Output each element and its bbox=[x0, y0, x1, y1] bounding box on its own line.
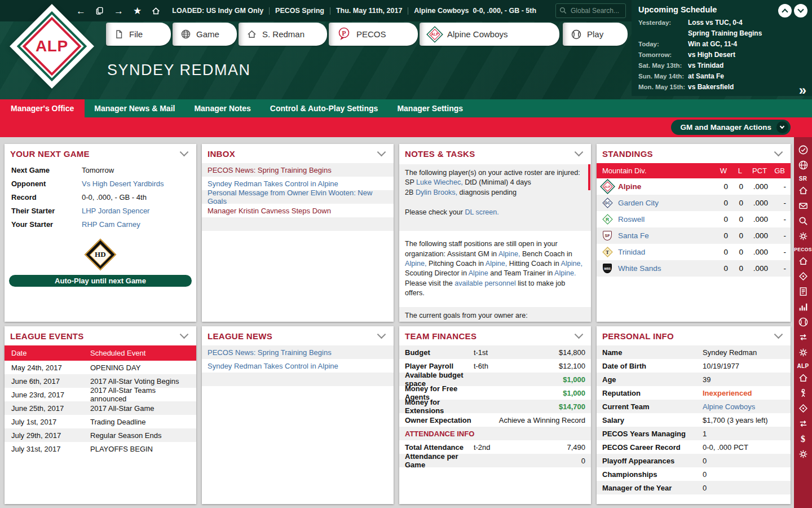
team-link[interactable]: Santa Fe bbox=[618, 231, 713, 240]
team-logo-alpine: ALP bbox=[9, 2, 95, 90]
scores-baseball-icon[interactable] bbox=[796, 314, 810, 330]
action-bar: GM and Manager Actions bbox=[0, 117, 812, 137]
team-field-diamond-icon[interactable] bbox=[796, 401, 810, 416]
league-settings-gear-icon[interactable] bbox=[796, 345, 810, 360]
tab-manager-home[interactable]: S. Redman bbox=[239, 23, 327, 46]
tab-file[interactable]: File bbox=[106, 23, 171, 46]
tab-pecos-league[interactable]: P PECOS bbox=[329, 23, 418, 46]
schedule-game-link[interactable]: vs Trinidad bbox=[688, 60, 723, 71]
manager-home-icon[interactable] bbox=[796, 183, 810, 198]
current-team-link[interactable]: Alpine Cowboys bbox=[703, 402, 755, 411]
team-link[interactable]: Alpine, bbox=[405, 260, 427, 268]
home-icon[interactable] bbox=[151, 6, 161, 16]
panel-title: YOUR NEXT GAME bbox=[10, 149, 181, 159]
schedule-game-link[interactable]: vs Bakersfield bbox=[688, 82, 734, 93]
team-link[interactable]: Alpine bbox=[469, 269, 488, 277]
tab-manager-notes[interactable]: Manager Notes bbox=[184, 99, 260, 117]
panel-personal-info: PERSONAL INFO NameSyndey Redman Date of … bbox=[597, 326, 791, 504]
news-item[interactable]: PECOS News: Spring Training Begins bbox=[202, 345, 394, 359]
dl-screen-link[interactable]: DL screen. bbox=[465, 208, 498, 216]
tab-alpine-cowboys[interactable]: ALP Alpine Cowboys bbox=[420, 23, 559, 46]
team-record: 0-0, .000, - GB - 5th bbox=[473, 7, 537, 15]
scrollbar-thumb[interactable] bbox=[588, 164, 590, 190]
team-link[interactable]: Roswell bbox=[618, 215, 713, 224]
collapse-chevron-icon[interactable] bbox=[774, 330, 783, 339]
svg-text:P: P bbox=[342, 29, 346, 37]
gm-manager-actions-dropdown[interactable]: GM and Manager Actions bbox=[671, 120, 791, 135]
team-link[interactable]: Alpine, bbox=[486, 260, 508, 268]
team-link[interactable]: Alpine, bbox=[561, 260, 583, 268]
inbox-item[interactable]: Manager Kristin Cavness Steps Down bbox=[202, 204, 394, 217]
copy-pages-icon[interactable] bbox=[95, 6, 104, 15]
collapse-chevron-icon[interactable] bbox=[180, 330, 189, 339]
team-link[interactable]: Alpine. bbox=[554, 269, 576, 277]
schedule-event-link[interactable]: Spring Training Begins bbox=[688, 28, 762, 39]
team-logo-letters: ALP bbox=[36, 37, 68, 55]
tab-managers-office[interactable]: Manager's Office bbox=[0, 99, 85, 117]
schedule-result-link[interactable]: Win at GC, 11-4 bbox=[688, 39, 737, 50]
ballpark-diamond-icon[interactable] bbox=[796, 269, 810, 284]
settings-gear-icon[interactable] bbox=[796, 229, 810, 244]
tab-game[interactable]: Game bbox=[173, 23, 237, 46]
mail-icon[interactable] bbox=[796, 198, 810, 213]
schedule-game-link[interactable]: at Santa Fe bbox=[688, 71, 724, 82]
tab-control-autoplay-settings[interactable]: Control & Auto-Play Settings bbox=[261, 99, 388, 117]
team-link[interactable]: Alpine bbox=[618, 182, 713, 191]
player-link[interactable]: Luke Wiechec, bbox=[416, 178, 463, 186]
transactions-icon[interactable] bbox=[796, 330, 810, 345]
standings-row: ALP Alpine 00.000- bbox=[597, 178, 791, 195]
collapse-chevron-icon[interactable] bbox=[575, 330, 584, 339]
collapse-chevron-icon[interactable] bbox=[575, 147, 584, 156]
inbox-item[interactable]: PECOS News: Spring Training Begins bbox=[202, 163, 394, 177]
league-home-icon[interactable] bbox=[796, 253, 810, 269]
chevron-down-icon bbox=[797, 6, 804, 12]
team-link[interactable]: Trinidad bbox=[618, 248, 713, 256]
world-icon[interactable] bbox=[796, 157, 810, 173]
team-home-icon[interactable] bbox=[796, 370, 810, 386]
roswell-logo-icon: R bbox=[601, 213, 614, 226]
inbox-empty-row bbox=[202, 217, 394, 231]
team-link[interactable]: Alpine, bbox=[498, 250, 520, 258]
personal-row: ReputationInexperienced bbox=[597, 386, 791, 400]
next-game-row: OpponentVs High Desert Yardbirds bbox=[5, 177, 196, 190]
manager-nav-bar: Manager's Office Manager News & Mail Man… bbox=[0, 99, 812, 117]
search-icon[interactable] bbox=[796, 213, 810, 229]
collapse-chevron-icon[interactable] bbox=[377, 330, 386, 339]
schedule-result-link[interactable]: Loss vs TUC, 0-4 bbox=[688, 17, 743, 28]
collapse-chevron-icon[interactable] bbox=[180, 147, 189, 156]
tab-manager-settings[interactable]: Manager Settings bbox=[387, 99, 473, 117]
collapse-chevron-icon[interactable] bbox=[774, 147, 783, 156]
schedule-game-link[interactable]: vs High Desert bbox=[688, 50, 735, 60]
schedule-scroll-up-button[interactable] bbox=[778, 4, 792, 17]
player-link[interactable]: Dylin Brooks, bbox=[416, 189, 457, 196]
team-finances-icon[interactable]: $ bbox=[796, 431, 810, 446]
team-transactions-icon[interactable] bbox=[796, 416, 810, 431]
tasks-check-icon[interactable] bbox=[796, 142, 810, 157]
stats-chart-icon[interactable] bbox=[796, 299, 810, 314]
bookmark-star-icon[interactable]: ★ bbox=[133, 6, 142, 16]
schedule-expand-icon[interactable]: » bbox=[799, 84, 806, 97]
home-icon bbox=[246, 29, 257, 40]
roster-player-icon[interactable] bbox=[796, 386, 810, 401]
collapse-chevron-icon[interactable] bbox=[377, 147, 386, 156]
team-link[interactable]: Garden City bbox=[618, 199, 713, 207]
reputation-badge: Inexperienced bbox=[703, 389, 752, 397]
opponent-link[interactable]: Vs High Desert Yardbirds bbox=[82, 179, 164, 188]
schedule-scroll-down-button[interactable] bbox=[794, 4, 807, 17]
tab-play[interactable]: Play bbox=[563, 23, 628, 46]
trinidad-logo-icon: T bbox=[601, 246, 614, 259]
event-row: May 24th, 2017OPENING DAY bbox=[5, 361, 196, 374]
news-item[interactable]: Syndey Redman Takes Control in Alpine bbox=[202, 359, 394, 373]
their-starter-link[interactable]: LHP Jordan Spencer bbox=[82, 207, 149, 215]
global-search bbox=[555, 3, 626, 18]
inbox-item[interactable]: Personal Message from Owner Elvin Wooten… bbox=[202, 190, 394, 204]
autoplay-until-next-game-button[interactable]: Auto-Play until next Game bbox=[9, 275, 192, 287]
top-toolbar: ← → ★ LOADED: US Indy GM Only PECOS Spri… bbox=[0, 0, 632, 21]
team-link[interactable]: White Sands bbox=[618, 264, 713, 273]
your-starter-link[interactable]: RHP Cam Carney bbox=[82, 220, 140, 229]
tab-manager-news-mail[interactable]: Manager News & Mail bbox=[85, 99, 184, 117]
available-personnel-link[interactable]: available personnel bbox=[454, 279, 516, 287]
forward-icon[interactable]: → bbox=[114, 6, 123, 16]
report-icon[interactable] bbox=[796, 284, 810, 299]
team-settings-gear-icon[interactable] bbox=[796, 446, 810, 462]
